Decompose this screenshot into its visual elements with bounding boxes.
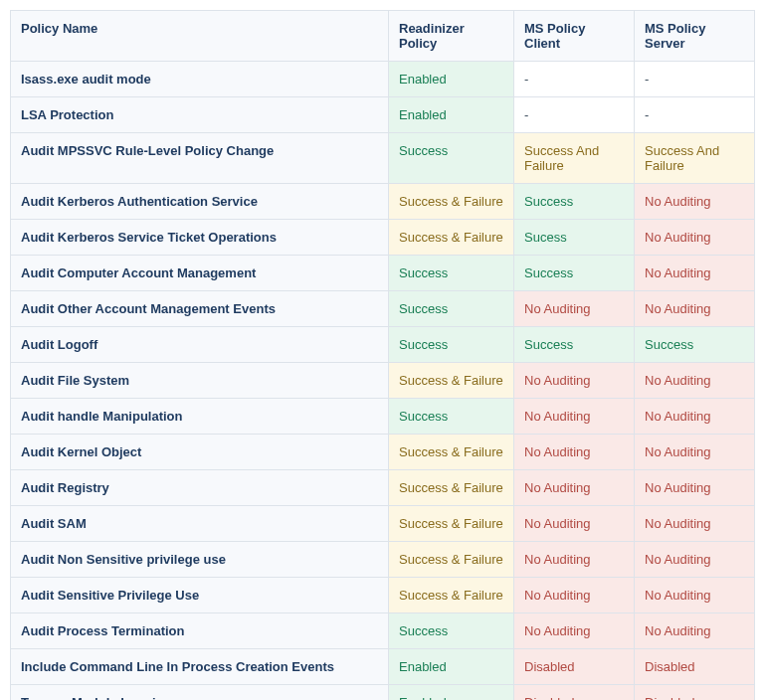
col-ms-client: MS Policy Client: [514, 11, 635, 62]
policy-name-cell: Isass.exe audit mode: [11, 62, 389, 97]
policy-name-cell: Audit SAM: [11, 506, 389, 542]
table-row: Audit Kernel ObjectSuccess & FailureNo A…: [11, 435, 755, 470]
client-cell: Success: [514, 256, 635, 291]
client-cell: No Auditing: [514, 542, 635, 578]
readinizer-cell: Success: [389, 613, 514, 649]
col-policy-name: Policy Name: [11, 11, 389, 62]
table-body: Isass.exe audit modeEnabled--LSA Protect…: [11, 62, 755, 701]
table-row: Audit File SystemSuccess & FailureNo Aud…: [11, 363, 755, 399]
client-cell: No Auditing: [514, 399, 635, 435]
table-row: Turn on Module LoggingEnabledDisabledDis…: [11, 685, 755, 701]
server-cell: No Auditing: [635, 220, 755, 256]
server-cell: Disabled: [635, 685, 755, 701]
client-cell: No Auditing: [514, 613, 635, 649]
table-row: Audit Sensitive Privilege UseSuccess & F…: [11, 578, 755, 613]
server-cell: No Auditing: [635, 578, 755, 613]
server-cell: Success And Failure: [635, 133, 755, 184]
client-cell: Disabled: [514, 649, 635, 685]
server-cell: -: [635, 97, 755, 133]
readinizer-cell: Success & Failure: [389, 220, 514, 256]
readinizer-cell: Success: [389, 256, 514, 291]
policy-name-cell: Audit Kernel Object: [11, 435, 389, 470]
client-cell: No Auditing: [514, 291, 635, 327]
server-cell: No Auditing: [635, 470, 755, 506]
table-row: LSA ProtectionEnabled--: [11, 97, 755, 133]
policy-name-cell: Include Command Line In Process Creation…: [11, 649, 389, 685]
policy-name-cell: Audit File System: [11, 363, 389, 399]
table-row: Audit Computer Account ManagementSuccess…: [11, 256, 755, 291]
client-cell: No Auditing: [514, 363, 635, 399]
client-cell: Success: [514, 184, 635, 220]
readinizer-cell: Success & Failure: [389, 542, 514, 578]
readinizer-cell: Success & Failure: [389, 470, 514, 506]
readinizer-cell: Success & Failure: [389, 435, 514, 470]
policy-name-cell: Audit handle Manipulation: [11, 399, 389, 435]
table-row: Isass.exe audit modeEnabled--: [11, 62, 755, 97]
readinizer-cell: Success: [389, 327, 514, 363]
table-row: Audit Non Sensitive privilege useSuccess…: [11, 542, 755, 578]
table-header-row: Policy Name Readinizer Policy MS Policy …: [11, 11, 755, 62]
client-cell: No Auditing: [514, 578, 635, 613]
policy-name-cell: Audit Non Sensitive privilege use: [11, 542, 389, 578]
col-ms-server: MS Policy Server: [635, 11, 755, 62]
policy-name-cell: Audit MPSSVC Rule-Level Policy Change: [11, 133, 389, 184]
policy-name-cell: Audit Computer Account Management: [11, 256, 389, 291]
table-row: Audit SAMSuccess & FailureNo AuditingNo …: [11, 506, 755, 542]
readinizer-cell: Success & Failure: [389, 363, 514, 399]
server-cell: No Auditing: [635, 542, 755, 578]
policy-name-cell: Audit Registry: [11, 470, 389, 506]
server-cell: No Auditing: [635, 506, 755, 542]
readinizer-cell: Success: [389, 291, 514, 327]
readinizer-cell: Enabled: [389, 97, 514, 133]
table-row: Audit Kerberos Authentication ServiceSuc…: [11, 184, 755, 220]
col-readinizer: Readinizer Policy: [389, 11, 514, 62]
table-row: Include Command Line In Process Creation…: [11, 649, 755, 685]
table-row: Audit handle ManipulationSuccessNo Audit…: [11, 399, 755, 435]
server-cell: No Auditing: [635, 613, 755, 649]
client-cell: Disabled: [514, 685, 635, 701]
readinizer-cell: Enabled: [389, 62, 514, 97]
client-cell: -: [514, 62, 635, 97]
policy-name-cell: LSA Protection: [11, 97, 389, 133]
table-row: Audit Kerberos Service Ticket Operations…: [11, 220, 755, 256]
server-cell: Success: [635, 327, 755, 363]
client-cell: -: [514, 97, 635, 133]
readinizer-cell: Success & Failure: [389, 506, 514, 542]
policy-name-cell: Audit Logoff: [11, 327, 389, 363]
policy-name-cell: Audit Kerberos Authentication Service: [11, 184, 389, 220]
server-cell: Disabled: [635, 649, 755, 685]
client-cell: Success And Failure: [514, 133, 635, 184]
readinizer-cell: Enabled: [389, 649, 514, 685]
server-cell: No Auditing: [635, 399, 755, 435]
server-cell: No Auditing: [635, 291, 755, 327]
server-cell: No Auditing: [635, 435, 755, 470]
table-row: Audit Other Account Management EventsSuc…: [11, 291, 755, 327]
table-row: Audit RegistrySuccess & FailureNo Auditi…: [11, 470, 755, 506]
server-cell: No Auditing: [635, 184, 755, 220]
readinizer-cell: Enabled: [389, 685, 514, 701]
policy-table: Policy Name Readinizer Policy MS Policy …: [10, 10, 755, 700]
policy-name-cell: Audit Sensitive Privilege Use: [11, 578, 389, 613]
policy-name-cell: Audit Kerberos Service Ticket Operations: [11, 220, 389, 256]
policy-name-cell: Audit Other Account Management Events: [11, 291, 389, 327]
table-row: Audit MPSSVC Rule-Level Policy ChangeSuc…: [11, 133, 755, 184]
readinizer-cell: Success: [389, 399, 514, 435]
table-row: Audit LogoffSuccessSuccessSuccess: [11, 327, 755, 363]
policy-name-cell: Audit Process Termination: [11, 613, 389, 649]
policy-name-cell: Turn on Module Logging: [11, 685, 389, 701]
server-cell: -: [635, 62, 755, 97]
client-cell: No Auditing: [514, 435, 635, 470]
readinizer-cell: Success & Failure: [389, 578, 514, 613]
server-cell: No Auditing: [635, 256, 755, 291]
readinizer-cell: Success & Failure: [389, 184, 514, 220]
client-cell: Success: [514, 327, 635, 363]
server-cell: No Auditing: [635, 363, 755, 399]
table-row: Audit Process TerminationSuccessNo Audit…: [11, 613, 755, 649]
client-cell: No Auditing: [514, 470, 635, 506]
readinizer-cell: Success: [389, 133, 514, 184]
client-cell: No Auditing: [514, 506, 635, 542]
client-cell: Sucess: [514, 220, 635, 256]
